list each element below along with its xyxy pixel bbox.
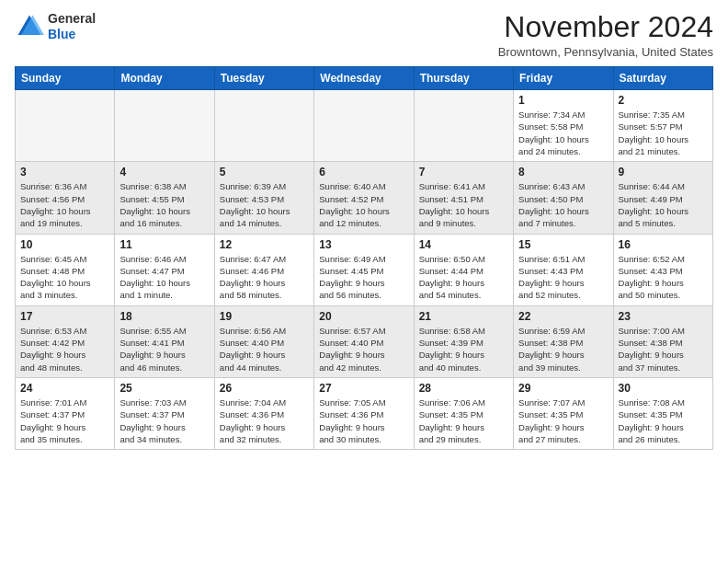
table-cell: 21Sunrise: 6:58 AM Sunset: 4:39 PM Dayli… [414,305,513,377]
day-info: Sunrise: 6:39 AM Sunset: 4:53 PM Dayligh… [220,180,309,229]
table-cell: 14Sunrise: 6:50 AM Sunset: 4:44 PM Dayli… [414,234,513,305]
day-info: Sunrise: 7:06 AM Sunset: 4:35 PM Dayligh… [419,396,508,445]
day-info: Sunrise: 6:49 AM Sunset: 4:45 PM Dayligh… [319,253,408,302]
day-info: Sunrise: 6:36 AM Sunset: 4:56 PM Dayligh… [20,180,109,229]
day-number: 8 [518,166,608,178]
col-wednesday: Wednesday [314,67,414,90]
table-cell: 17Sunrise: 6:53 AM Sunset: 4:42 PM Dayli… [16,305,115,377]
table-cell: 19Sunrise: 6:56 AM Sunset: 4:40 PM Dayli… [214,305,313,377]
table-cell [214,90,313,162]
day-number: 14 [419,238,508,251]
col-saturday: Saturday [613,67,712,90]
day-number: 27 [319,382,408,395]
day-number: 11 [119,238,209,251]
header: General Blue November 2024 Browntown, Pe… [15,11,713,59]
day-info: Sunrise: 6:58 AM Sunset: 4:39 PM Dayligh… [419,325,508,373]
title-block: November 2024 Browntown, Pennsylvania, U… [498,11,713,59]
day-info: Sunrise: 7:08 AM Sunset: 4:35 PM Dayligh… [619,396,708,445]
table-cell: 7Sunrise: 6:41 AM Sunset: 4:51 PM Daylig… [414,162,513,234]
col-tuesday: Tuesday [214,67,313,90]
day-number: 7 [419,166,508,178]
day-info: Sunrise: 6:45 AM Sunset: 4:48 PM Dayligh… [20,253,109,302]
day-info: Sunrise: 6:43 AM Sunset: 4:50 PM Dayligh… [518,180,608,229]
day-number: 24 [20,382,109,395]
table-cell: 28Sunrise: 7:06 AM Sunset: 4:35 PM Dayli… [414,377,513,449]
table-cell [16,90,115,162]
table-cell: 2Sunrise: 7:35 AM Sunset: 5:57 PM Daylig… [613,90,712,162]
day-number: 25 [119,382,209,395]
day-info: Sunrise: 7:34 AM Sunset: 5:58 PM Dayligh… [518,109,608,157]
day-number: 16 [619,238,708,251]
calendar-table: Sunday Monday Tuesday Wednesday Thursday… [15,66,713,450]
day-info: Sunrise: 6:56 AM Sunset: 4:40 PM Dayligh… [220,325,309,373]
month-title: November 2024 [498,11,713,43]
day-number: 9 [619,166,708,178]
day-number: 22 [518,310,608,323]
table-cell [414,90,513,162]
day-info: Sunrise: 6:53 AM Sunset: 4:42 PM Dayligh… [20,325,109,373]
day-number: 30 [619,382,708,395]
day-info: Sunrise: 6:51 AM Sunset: 4:43 PM Dayligh… [518,253,608,302]
day-number: 26 [220,382,309,395]
logo-icon [15,12,44,41]
page: General Blue November 2024 Browntown, Pe… [0,0,728,457]
day-number: 10 [20,238,109,251]
table-cell [314,90,414,162]
day-number: 19 [220,310,309,323]
table-cell: 26Sunrise: 7:04 AM Sunset: 4:36 PM Dayli… [214,377,313,449]
day-info: Sunrise: 6:41 AM Sunset: 4:51 PM Dayligh… [419,180,508,229]
day-info: Sunrise: 7:07 AM Sunset: 4:35 PM Dayligh… [518,396,608,445]
col-sunday: Sunday [16,67,115,90]
logo: General Blue [15,11,96,42]
table-cell: 22Sunrise: 6:59 AM Sunset: 4:38 PM Dayli… [514,305,613,377]
day-number: 20 [319,310,408,323]
table-cell: 25Sunrise: 7:03 AM Sunset: 4:37 PM Dayli… [115,377,214,449]
day-number: 15 [518,238,608,251]
table-cell: 3Sunrise: 6:36 AM Sunset: 4:56 PM Daylig… [16,162,115,234]
day-number: 12 [220,238,309,251]
table-cell: 30Sunrise: 7:08 AM Sunset: 4:35 PM Dayli… [613,377,712,449]
col-thursday: Thursday [414,67,513,90]
table-cell: 4Sunrise: 6:38 AM Sunset: 4:55 PM Daylig… [115,162,214,234]
day-info: Sunrise: 7:00 AM Sunset: 4:38 PM Dayligh… [619,325,708,373]
day-info: Sunrise: 7:35 AM Sunset: 5:57 PM Dayligh… [619,109,708,157]
day-number: 2 [619,94,708,107]
day-number: 13 [319,238,408,251]
table-cell: 16Sunrise: 6:52 AM Sunset: 4:43 PM Dayli… [613,234,712,305]
calendar-week-3: 10Sunrise: 6:45 AM Sunset: 4:48 PM Dayli… [16,234,713,305]
table-cell: 11Sunrise: 6:46 AM Sunset: 4:47 PM Dayli… [115,234,214,305]
day-number: 23 [619,310,708,323]
table-cell: 18Sunrise: 6:55 AM Sunset: 4:41 PM Dayli… [115,305,214,377]
table-cell: 27Sunrise: 7:05 AM Sunset: 4:36 PM Dayli… [314,377,414,449]
day-info: Sunrise: 6:47 AM Sunset: 4:46 PM Dayligh… [220,253,309,302]
table-cell [115,90,214,162]
table-cell: 9Sunrise: 6:44 AM Sunset: 4:49 PM Daylig… [613,162,712,234]
day-number: 1 [518,94,608,107]
table-cell: 5Sunrise: 6:39 AM Sunset: 4:53 PM Daylig… [214,162,313,234]
day-number: 4 [119,166,209,178]
day-info: Sunrise: 7:03 AM Sunset: 4:37 PM Dayligh… [119,396,209,445]
calendar-week-2: 3Sunrise: 6:36 AM Sunset: 4:56 PM Daylig… [16,162,713,234]
table-cell: 13Sunrise: 6:49 AM Sunset: 4:45 PM Dayli… [314,234,414,305]
table-cell: 29Sunrise: 7:07 AM Sunset: 4:35 PM Dayli… [514,377,613,449]
day-number: 21 [419,310,508,323]
day-info: Sunrise: 6:55 AM Sunset: 4:41 PM Dayligh… [119,325,209,373]
calendar-week-5: 24Sunrise: 7:01 AM Sunset: 4:37 PM Dayli… [16,377,713,449]
day-number: 3 [20,166,109,178]
table-cell: 6Sunrise: 6:40 AM Sunset: 4:52 PM Daylig… [314,162,414,234]
location: Browntown, Pennsylvania, United States [498,45,713,59]
table-cell: 1Sunrise: 7:34 AM Sunset: 5:58 PM Daylig… [514,90,613,162]
day-info: Sunrise: 6:38 AM Sunset: 4:55 PM Dayligh… [119,180,209,229]
table-cell: 20Sunrise: 6:57 AM Sunset: 4:40 PM Dayli… [314,305,414,377]
day-info: Sunrise: 6:46 AM Sunset: 4:47 PM Dayligh… [119,253,209,302]
calendar-header-row: Sunday Monday Tuesday Wednesday Thursday… [16,67,713,90]
calendar-week-1: 1Sunrise: 7:34 AM Sunset: 5:58 PM Daylig… [16,90,713,162]
day-number: 5 [220,166,309,178]
day-info: Sunrise: 6:44 AM Sunset: 4:49 PM Dayligh… [619,180,708,229]
day-info: Sunrise: 6:52 AM Sunset: 4:43 PM Dayligh… [619,253,708,302]
day-number: 29 [518,382,608,395]
day-info: Sunrise: 7:05 AM Sunset: 4:36 PM Dayligh… [319,396,408,445]
day-info: Sunrise: 6:40 AM Sunset: 4:52 PM Dayligh… [319,180,408,229]
table-cell: 10Sunrise: 6:45 AM Sunset: 4:48 PM Dayli… [16,234,115,305]
table-cell: 23Sunrise: 7:00 AM Sunset: 4:38 PM Dayli… [613,305,712,377]
